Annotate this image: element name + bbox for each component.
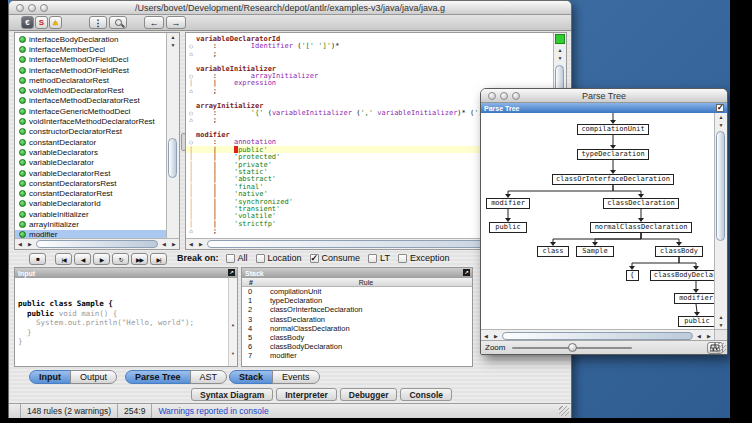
scroll-up-icon[interactable]: ▲ — [167, 33, 179, 41]
editor-line[interactable]: ⌂ ; — [186, 50, 553, 57]
checkbox-unchecked-icon[interactable] — [398, 254, 407, 263]
tab-ast[interactable]: AST — [190, 370, 228, 384]
sidebar-rule-constantDeclaratorsRest[interactable]: constantDeclaratorsRest — [15, 178, 166, 188]
tree-node-Sample[interactable]: Sample — [576, 246, 614, 257]
sidebar-rule-methodDeclaratorRest[interactable]: methodDeclaratorRest — [15, 75, 166, 85]
sidebar-rule-variableDeclarator[interactable]: variableDeclarator — [15, 158, 166, 168]
status-warning-message[interactable]: Warnings reported in console — [152, 404, 274, 418]
tree-node-modifier[interactable]: modifier — [486, 198, 530, 209]
tree-node-compilationUnit[interactable]: compilationUnit — [577, 124, 649, 135]
checkbox-checked-icon[interactable]: ✓ — [310, 254, 319, 263]
tree-canvas[interactable]: compilationUnittypeDeclarationclassOrInt… — [481, 113, 714, 329]
detach-panel-icon[interactable]: ↗ — [228, 269, 235, 276]
parse-tree-titlebar[interactable]: Parse Tree — [481, 89, 727, 103]
scroll-down-icon[interactable]: ▼ — [167, 41, 179, 49]
rule-end-marker-icon[interactable]: ⌂ — [186, 116, 196, 123]
break-on-lt[interactable]: LT — [368, 253, 390, 263]
rule-start-marker-icon[interactable]: ○ — [186, 138, 196, 145]
rule-end-marker-icon[interactable]: ⌂ — [186, 87, 196, 94]
go-to-start-button[interactable]: |◀ — [55, 253, 72, 265]
tree-node-classOrInterfaceDeclaration[interactable]: classOrInterfaceDeclaration — [552, 174, 674, 185]
sidebar-rule-variableInitializer[interactable]: variableInitializer — [15, 209, 166, 219]
scroll-down-icon[interactable]: ▼ — [229, 349, 237, 359]
scroll-thumb[interactable] — [168, 138, 177, 178]
sidebar-rule-interfaceMethodDeclaratorRest[interactable]: interfaceMethodDeclaratorRest — [15, 96, 166, 106]
rule-list-vscrollbar[interactable]: ▲ ▼ — [166, 33, 179, 238]
editor-line[interactable]: variableDeclaratorId — [186, 35, 553, 42]
rules-list-button[interactable]: ⋮ — [89, 16, 107, 29]
scroll-right-icon[interactable]: ▶ — [25, 240, 35, 248]
rule-end-marker-icon[interactable]: ⌂ — [186, 227, 196, 234]
rule-start-marker-icon[interactable]: ○ — [186, 72, 196, 79]
tab-output[interactable]: Output — [70, 370, 117, 384]
zoom-slider[interactable] — [512, 347, 632, 349]
gutter-icon[interactable]: │ — [186, 153, 196, 160]
tree-node-class[interactable]: class — [537, 246, 569, 257]
tree-node-lbrace[interactable]: { — [626, 270, 639, 281]
zoom-slider-thumb[interactable] — [568, 343, 577, 352]
gutter-icon[interactable]: │ — [186, 212, 196, 219]
scroll-thumb[interactable] — [502, 332, 693, 340]
break-on-all[interactable]: All — [226, 253, 248, 263]
tree-node-normalClassDeclaration[interactable]: normalClassDeclaration — [590, 222, 692, 233]
checkbox-unchecked-icon[interactable] — [368, 254, 377, 263]
tree-node-classBody[interactable]: classBody — [655, 246, 703, 257]
gutter-icon[interactable]: │ — [186, 198, 196, 205]
close-button[interactable] — [16, 4, 24, 12]
forward-button[interactable]: → — [166, 16, 186, 29]
stack-row[interactable]: 6classBodyDeclaration — [242, 342, 472, 351]
scroll-down-icon[interactable]: ▼ — [554, 54, 566, 62]
scroll-left-icon[interactable]: ◀ — [159, 240, 169, 248]
rule-list-hscrollbar[interactable]: ◀ ▶ ◀ ▶ — [15, 238, 179, 249]
tab-events[interactable]: Events — [272, 370, 320, 384]
stack-panel-header[interactable]: Stack ↗ — [242, 268, 472, 278]
fast-forward-button[interactable]: ▶▶ — [131, 253, 148, 265]
gutter-icon[interactable]: │ — [186, 146, 196, 153]
checkbox-unchecked-icon[interactable] — [256, 254, 265, 263]
sidebar-rule-voidInterfaceMethodDeclaratorRest[interactable]: voidInterfaceMethodDeclaratorRest — [15, 116, 166, 126]
minimize-button[interactable] — [28, 4, 36, 12]
step-over-button[interactable]: ↻ — [112, 253, 129, 265]
scroll-up-icon[interactable]: ▲ — [554, 46, 566, 54]
sidebar-rule-variableDeclaratorRest[interactable]: variableDeclaratorRest — [15, 168, 166, 178]
editor-line[interactable] — [186, 57, 553, 64]
gutter-icon[interactable]: │ — [186, 205, 196, 212]
step-forward-button[interactable]: ▶ — [93, 253, 110, 265]
gutter-icon[interactable]: │ — [186, 190, 196, 197]
sidebar-rule-constantDeclaratorRest[interactable]: constantDeclaratorRest — [15, 188, 166, 198]
sidebar-rule-interfaceMethodOrFieldDecl[interactable]: interfaceMethodOrFieldDecl — [15, 55, 166, 65]
input-vscrollbar[interactable]: ▲ ▼ — [228, 278, 237, 367]
gutter-icon[interactable]: │ — [186, 161, 196, 168]
zoom-button[interactable] — [512, 92, 520, 100]
sidebar-rule-interfaceMethodOrFieldRest[interactable]: interfaceMethodOrFieldRest — [15, 65, 166, 75]
sidebar-rule-constantDeclarator[interactable]: constantDeclarator — [15, 137, 166, 147]
stack-row[interactable]: 3classDeclaration — [242, 315, 472, 324]
minimize-button[interactable] — [500, 92, 508, 100]
input-panel-header[interactable]: Input ↗ — [15, 268, 237, 278]
checkbox-unchecked-icon[interactable] — [226, 254, 235, 263]
scroll-up-icon[interactable]: ▲ — [229, 320, 237, 330]
resize-grip-icon[interactable] — [716, 343, 726, 353]
scroll-left-icon[interactable]: ◀ — [186, 240, 196, 248]
main-titlebar[interactable]: /Users/bovet/Development/Research/depot/… — [9, 1, 571, 15]
scroll-left-icon[interactable]: ◀ — [15, 240, 25, 248]
attach-checkbox[interactable]: ✓ — [716, 104, 724, 112]
syntax-error-badge[interactable]: S — [35, 16, 48, 29]
rule-start-marker-icon[interactable]: ○ — [186, 42, 196, 49]
scroll-right-icon[interactable]: ▶ — [196, 240, 206, 248]
break-on-consume[interactable]: ✓Consume — [310, 253, 361, 263]
editor-line[interactable]: ○ : Identifier ('[' ']')* — [186, 42, 553, 49]
scroll-right-icon[interactable]: ▶ — [704, 332, 714, 340]
view-tab-syntax-diagram[interactable]: Syntax Diagram — [191, 388, 273, 401]
tab-input[interactable]: Input — [29, 370, 71, 384]
stack-row[interactable]: 2classOrInterfaceDeclaration — [242, 305, 472, 314]
scroll-down-icon[interactable]: ▼ — [715, 321, 727, 329]
close-button[interactable] — [488, 92, 496, 100]
editor-line[interactable]: ○ : arrayInitializer — [186, 72, 553, 79]
parse-tree-panel-header[interactable]: Parse Tree ✓ — [481, 103, 727, 113]
sidebar-rule-variableDeclaratorId[interactable]: variableDeclaratorId — [15, 199, 166, 209]
tree-node-public2[interactable]: public — [678, 316, 714, 327]
back-button[interactable]: ← — [144, 16, 164, 29]
sidebar-rule-interfaceBodyDeclaration[interactable]: interfaceBodyDeclaration — [15, 34, 166, 44]
gutter-icon[interactable]: │ — [186, 168, 196, 175]
